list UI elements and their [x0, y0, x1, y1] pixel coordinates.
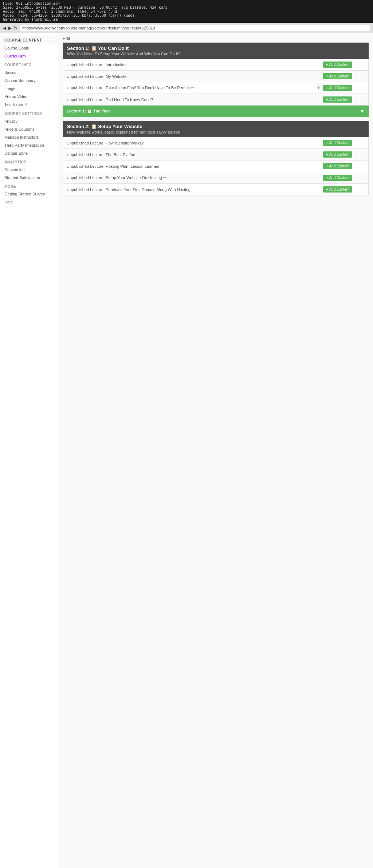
- sidebar-item-test-video[interactable]: Test Video ↗: [0, 100, 58, 109]
- section-1-subtitle: Why You Need To Setup Your Website And W…: [67, 52, 364, 56]
- sidebar-item-third-party[interactable]: Third Party Integration: [0, 141, 58, 149]
- lecture-title-3: Unpublished Lecture: Take Action Fast! Y…: [67, 86, 315, 90]
- sidebar-item-price-coupons[interactable]: Price & Coupons: [0, 125, 58, 133]
- sidebar-item-danger-zone[interactable]: Danger Zone: [0, 149, 58, 157]
- sidebar-item-student-satisfaction[interactable]: Student Satisfaction: [0, 174, 58, 182]
- drag-icon-9: ⋮⋮: [354, 175, 365, 181]
- sidebar-item-manage-instructors[interactable]: Manage Instructors: [0, 133, 58, 141]
- add-content-btn-3[interactable]: + Add Content: [323, 85, 352, 91]
- sidebar-item-help[interactable]: Help: [0, 198, 58, 206]
- sidebar-item-getting-started[interactable]: Getting Started Survey: [0, 190, 58, 198]
- sidebar-item-curriculum[interactable]: Curriculum: [0, 52, 58, 60]
- sidebar-item-course-summary[interactable]: Course Summary: [0, 76, 58, 84]
- lecture-row-2: Unpublished Lecture: My Website + Add Co…: [63, 71, 369, 82]
- drag-icon-10: ⋮⋮: [354, 187, 365, 193]
- drag-icon-7: ⋮⋮: [354, 152, 365, 158]
- add-content-btn-7[interactable]: + Add Content: [323, 151, 352, 158]
- lecture-title-7: Unpublished Lecture: The Best Platform: [67, 152, 320, 157]
- collapse-btn-1[interactable]: ▼: [360, 108, 365, 114]
- sidebar: COURSE CONTENT Course Goals Curriculum C…: [0, 33, 58, 868]
- sidebar-item-conversion[interactable]: Conversion: [0, 166, 58, 174]
- lecture-title-8: Unpublished Lecture: Hosting Plan: Lesso…: [67, 164, 320, 169]
- video-info-bar: File: 001 Introduction.mp4 Size: 2765953…: [0, 0, 373, 23]
- sidebar-course-content-header: COURSE CONTENT: [0, 36, 58, 44]
- reload-icon[interactable]: ↻: [14, 25, 17, 31]
- section-2-title: Section 2: 📋 Setup Your Website: [67, 124, 364, 129]
- lecture-title-5: Lecture 1: 📋 The Plan: [67, 109, 360, 114]
- lecture-title-2: Unpublished Lecture: My Website: [67, 74, 320, 79]
- add-content-btn-10[interactable]: + Add Content: [323, 186, 352, 193]
- drag-icon-4: ⋮⋮: [354, 97, 365, 103]
- lecture-row-1: Unpublished Lecture: Introduction + Add …: [63, 59, 369, 71]
- sidebar-item-course-goals[interactable]: Course Goals: [0, 44, 58, 52]
- edit-header-1: Edit: [63, 33, 369, 43]
- browser-chrome-1: ◀ ▶ ↻ https://www.udemy.com/course-manag…: [0, 23, 373, 33]
- lecture-title-9: Unpublished Lecture: Setup Your Website …: [67, 175, 320, 180]
- sidebar-item-basics[interactable]: Basics: [0, 68, 58, 76]
- lecture-row-4: Unpublished Lecture: Do I Need To Know C…: [63, 94, 369, 106]
- main-content-1: Edit Section 1: 📋 You Can Do It Why You …: [58, 33, 373, 868]
- lecture-row-8: Unpublished Lecture: Hosting Plan: Lesso…: [63, 160, 369, 172]
- sidebar-item-image[interactable]: Image: [0, 84, 58, 92]
- lecture-row-3: Unpublished Lecture: Take Action Fast! Y…: [63, 82, 369, 94]
- forward-icon[interactable]: ▶: [8, 25, 12, 31]
- section-2-subtitle: How Website works, easily explained for …: [67, 130, 364, 134]
- drag-icon-1: ⋮⋮: [354, 62, 365, 68]
- screenshot-1: COURSE CONTENT Course Goals Curriculum C…: [0, 33, 373, 868]
- back-icon[interactable]: ◀: [3, 25, 6, 31]
- drag-icon-3: ⋮⋮: [354, 85, 365, 91]
- lecture-row-10: Unpublished Lecture: Purchase Your First…: [63, 184, 369, 195]
- add-content-btn-1[interactable]: + Add Content: [323, 62, 352, 68]
- sidebar-course-info-header: COURSE INFO: [0, 60, 58, 68]
- section-1-title: Section 1: 📋 You Can Do It: [67, 45, 364, 51]
- url-bar-1[interactable]: https://www.udemy.com/course-manage/edit…: [20, 25, 370, 31]
- section-2-header: Section 2: 📋 Setup Your Website How Webs…: [63, 121, 369, 137]
- lecture-title-4: Unpublished Lecture: Do I Need To Know C…: [67, 98, 320, 102]
- lecture-row-9: Unpublished Lecture: Setup Your Website …: [63, 172, 369, 184]
- add-content-btn-9[interactable]: + Add Content: [323, 175, 352, 181]
- sidebar-item-privacy[interactable]: Privacy: [0, 117, 58, 125]
- section-1-header: Section 1: 📋 You Can Do It Why You Need …: [63, 43, 369, 59]
- section-2-block: Section 2: 📋 Setup Your Website How Webs…: [63, 121, 369, 195]
- add-content-btn-8[interactable]: + Add Content: [323, 163, 352, 169]
- lecture-row-7: Unpublished Lecture: The Best Platform +…: [63, 149, 369, 160]
- lecture-title-6: Unpublished Lecture: How Website Works?: [67, 141, 320, 145]
- lecture-row-6: Unpublished Lecture: How Website Works? …: [63, 137, 369, 149]
- drag-icon-2: ⋮⋮: [354, 74, 365, 79]
- add-content-btn-2[interactable]: + Add Content: [323, 73, 352, 79]
- lecture-row-5-active: Lecture 1: 📋 The Plan ▼: [63, 106, 369, 117]
- section-1-block: Section 1: 📋 You Can Do It Why You Need …: [63, 43, 369, 117]
- sidebar-more-header: MORE: [0, 182, 58, 190]
- drag-icon-6: ⋮⋮: [354, 140, 365, 146]
- lecture-title-10: Unpublished Lecture: Purchase Your First…: [67, 187, 320, 192]
- drag-icon-8: ⋮⋮: [354, 163, 365, 169]
- lecture-title-1: Unpublished Lecture: Introduction: [67, 63, 320, 67]
- sidebar-item-promo-video[interactable]: Promo Video: [0, 92, 58, 100]
- sidebar-course-settings-header: COURSE SETTINGS: [0, 109, 58, 117]
- add-content-btn-6[interactable]: + Add Content: [323, 140, 352, 146]
- sidebar-analytics-header: ANALYTICS: [0, 157, 58, 166]
- add-content-btn-4[interactable]: + Add Content: [323, 96, 352, 103]
